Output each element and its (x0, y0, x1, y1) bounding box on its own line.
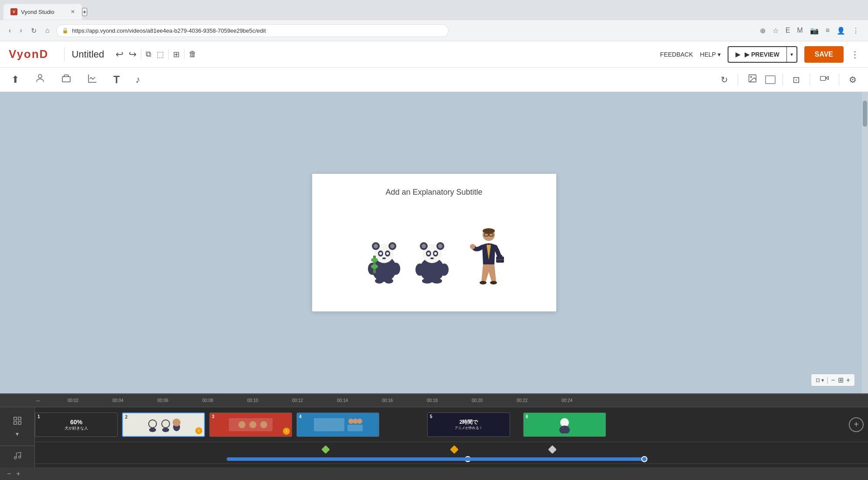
profile-icon[interactable]: 👤 (835, 25, 847, 37)
settings-button[interactable]: ⚙ (846, 72, 859, 88)
undo-button[interactable]: ↩ (113, 46, 126, 63)
svg-point-39 (483, 228, 495, 233)
slide-canvas[interactable]: Add an Explanatory Subtitle (312, 174, 556, 311)
home-button[interactable]: ⌂ (44, 25, 51, 36)
help-button[interactable]: HELP ▾ (700, 51, 721, 58)
slide-2-thumbnail (137, 416, 190, 433)
canvas-color-box[interactable] (765, 75, 776, 84)
url-bar[interactable]: 🔒 https://app.vyond.com/videos/a81ee4ea-… (56, 24, 449, 37)
slide-num-5: 5 (430, 414, 432, 419)
forward-button[interactable]: › (18, 25, 24, 36)
paste-button[interactable]: ⬚ (154, 47, 167, 62)
svg-point-58 (162, 420, 169, 427)
extension-icon-3[interactable]: ≡ (824, 25, 831, 36)
character-button[interactable] (32, 71, 48, 89)
refresh-canvas-button[interactable]: ↻ (718, 72, 731, 88)
svg-point-28 (438, 244, 443, 248)
music-icon: ♪ (136, 74, 140, 85)
timeline-grid-button[interactable] (13, 416, 22, 428)
delete-button[interactable]: 🗑 (186, 47, 199, 61)
ruler-tick-20s: 00:20 (472, 398, 483, 403)
refresh-button[interactable]: ↻ (29, 25, 38, 37)
settings-icon: ⚙ (849, 75, 857, 85)
svg-point-37 (432, 278, 442, 284)
timeline-tracks-area: 1 60% 犬が好きな人 2 (35, 407, 868, 467)
toolbar-sep-1 (141, 49, 141, 60)
zoom-out-button[interactable]: − (831, 376, 835, 384)
slide-thumb-3[interactable]: 3 ! (209, 412, 292, 437)
slide-6-thumbnail (547, 416, 582, 433)
svg-rect-4 (820, 76, 826, 80)
svg-point-62 (162, 428, 169, 432)
slide-thumb-2[interactable]: 2 ! (122, 412, 205, 437)
music-button[interactable]: ♪ (133, 71, 143, 88)
timeline-left-panel: ▾ (0, 407, 35, 467)
zoom-controls: ⊡ ▾ | − ⊞ + (811, 374, 855, 386)
upload-button[interactable]: ⬆ (9, 71, 22, 88)
project-title[interactable]: Untitled (71, 49, 104, 60)
enter-fullscreen-button[interactable]: ⊡ (790, 72, 803, 88)
extension-icon-1[interactable]: E (784, 25, 792, 36)
zoom-preset-button[interactable]: ⊡ ▾ (816, 377, 824, 383)
slide-5-content: 2時間で アニメが作れる！ (455, 419, 483, 430)
camera-record-icon (820, 75, 829, 85)
zoom-separator: | (827, 376, 828, 384)
new-tab-button[interactable]: + (82, 8, 87, 16)
save-button[interactable]: SAVE (804, 46, 844, 63)
svg-point-17 (391, 263, 400, 275)
progress-bar-1 (227, 457, 471, 461)
toolbar-sep-2 (168, 49, 169, 60)
timeline-zoom-out-button[interactable]: − (7, 470, 11, 478)
slide-num-4: 4 (299, 414, 302, 419)
slide-thumb-1[interactable]: 1 60% 犬が好きな人 (35, 412, 118, 437)
svg-point-0 (38, 74, 42, 78)
url-text: https://app.vyond.com/videos/a81ee4ea-b2… (72, 27, 443, 34)
timeline-collapse-button[interactable]: ▾ (16, 430, 19, 437)
prop-button[interactable] (58, 71, 74, 89)
prop-icon (61, 73, 71, 86)
add-slide-button[interactable]: + (849, 417, 864, 432)
slide-thumb-4[interactable]: 4 (296, 412, 379, 437)
svg-point-47 (480, 281, 487, 284)
header-right-actions: FEEDBACK HELP ▾ ▶ ▶ PREVIEW ▾ SAVE ⋮ (660, 46, 859, 63)
image-mode-button[interactable] (745, 71, 760, 88)
timeline-ruler: — 00:02 00:04 00:06 00:08 00:10 00:12 00… (0, 394, 868, 407)
timeline-zoom-in-button[interactable]: + (16, 470, 20, 478)
svg-point-27 (422, 244, 426, 248)
preview-dropdown-button[interactable]: ▾ (787, 47, 797, 62)
menu-icon[interactable]: ⋮ (851, 25, 861, 37)
progress-handle-2[interactable] (641, 456, 647, 462)
camera-record-button[interactable] (817, 71, 832, 88)
app-header: VyonD Untitled ↩ ↪ ⧉ ⬚ ⊞ 🗑 FEEDBACK HELP… (0, 41, 868, 68)
redo-button[interactable]: ↪ (126, 46, 139, 63)
canvas-scrollbar[interactable] (862, 92, 868, 393)
slide-thumb-6[interactable]: 6 (523, 412, 606, 437)
main-canvas-area: Add an Explanatory Subtitle (0, 92, 868, 393)
translate-icon[interactable]: ⊕ (758, 25, 767, 37)
copy-button[interactable]: ⧉ (143, 47, 154, 61)
chart-button[interactable] (85, 71, 100, 89)
svg-point-14 (386, 252, 389, 255)
slide-num-3: 3 (212, 414, 214, 419)
preview-main-button[interactable]: ▶ ▶ PREVIEW (728, 47, 786, 62)
zoom-in-button[interactable]: + (846, 376, 850, 384)
browser-tabs: V Vyond Studio ✕ + (0, 0, 868, 20)
back-button[interactable]: ‹ (7, 25, 13, 36)
camera-icon[interactable]: 📷 (808, 25, 820, 37)
right-sep-2 (783, 74, 783, 86)
feedback-button[interactable]: FEEDBACK (660, 51, 693, 58)
star-icon[interactable]: ☆ (771, 25, 780, 37)
text-button[interactable]: T (111, 71, 123, 88)
tab-close-button[interactable]: ✕ (71, 9, 75, 15)
slide-thumb-5[interactable]: 5 2時間で アニメが作れる！ (427, 412, 510, 437)
active-tab[interactable]: V Vyond Studio ✕ (3, 4, 82, 20)
tab-favicon: V (10, 8, 17, 15)
timeline-music-button[interactable] (13, 451, 22, 462)
timeline-grid-section: ▾ (0, 407, 34, 446)
layers-button[interactable]: ⊞ (170, 47, 182, 62)
extension-icon-2[interactable]: M (795, 25, 804, 36)
zoom-fit-button[interactable]: ⊞ (838, 376, 844, 384)
progress-bar-2 (464, 457, 647, 461)
slide-num-1: 1 (37, 414, 40, 419)
more-options-button[interactable]: ⋮ (851, 49, 859, 60)
